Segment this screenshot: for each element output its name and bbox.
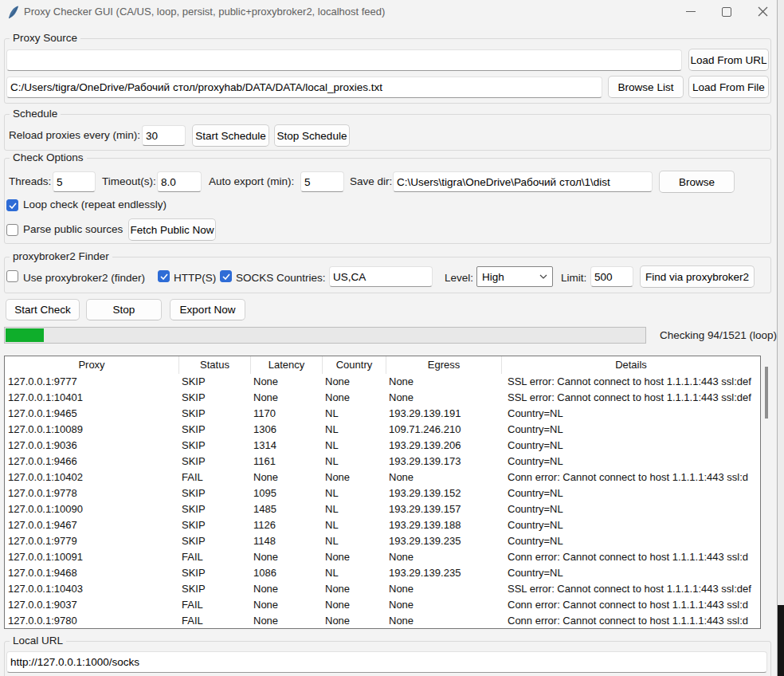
cell-country: None	[323, 470, 386, 485]
stop-schedule-button[interactable]: Stop Schedule	[274, 124, 350, 147]
table-row[interactable]: 127.0.0.1:9465SKIP1170NL193.29.139.191Co…	[5, 406, 760, 422]
cell-details: Country=NL	[502, 438, 760, 454]
cell-details: Country=NL	[502, 501, 760, 517]
progress-fill	[6, 328, 44, 342]
save-dir-input[interactable]	[393, 171, 653, 192]
threads-label: Threads:	[9, 171, 51, 192]
reload-minutes-input[interactable]	[142, 125, 186, 146]
cell-latency: 1126	[251, 517, 323, 533]
auto-export-input[interactable]	[300, 171, 344, 192]
loop-check-checkbox[interactable]	[6, 199, 18, 211]
cell-proxy: 127.0.0.1:9780	[5, 613, 179, 629]
table-row[interactable]: 127.0.0.1:9468SKIP1086NL193.29.139.235Co…	[5, 565, 760, 581]
minimize-button[interactable]	[686, 11, 696, 12]
cell-egress: None	[386, 613, 502, 629]
browse-list-button[interactable]: Browse List	[608, 76, 684, 98]
cell-proxy: 127.0.0.1:10090	[5, 501, 179, 517]
column-header-proxy[interactable]: Proxy	[5, 356, 179, 374]
local-url-group: Local URL	[4, 641, 771, 676]
browse-button[interactable]: Browse	[659, 171, 735, 193]
stop-button[interactable]: Stop	[86, 299, 162, 320]
level-value: High	[482, 271, 504, 283]
fetch-public-now-button[interactable]: Fetch Public Now	[128, 218, 216, 241]
table-row[interactable]: 127.0.0.1:9777SKIPNoneNoneNoneSSL error:…	[5, 374, 760, 390]
find-via-proxybroker2-button[interactable]: Find via proxybroker2	[640, 265, 755, 288]
cell-status: SKIP	[179, 485, 251, 501]
close-button[interactable]	[758, 6, 768, 17]
cell-latency: 1306	[251, 422, 323, 438]
column-header-latency[interactable]: Latency	[251, 356, 323, 374]
table-row[interactable]: 127.0.0.1:10089SKIP1306NL109.71.246.210C…	[5, 422, 760, 438]
cell-proxy: 127.0.0.1:9778	[5, 485, 179, 501]
cell-status: SKIP	[179, 390, 251, 406]
app-icon	[7, 6, 19, 19]
cell-egress: 193.29.139.157	[386, 501, 502, 517]
cell-status: SKIP	[179, 501, 251, 517]
local-url-input[interactable]	[6, 651, 767, 673]
cell-country: NL	[323, 406, 386, 422]
cell-egress: None	[386, 549, 502, 565]
table-row[interactable]: 127.0.0.1:10090SKIP1485NL193.29.139.157C…	[5, 501, 760, 517]
socks-checkbox[interactable]	[220, 270, 232, 282]
column-header-status[interactable]: Status	[179, 356, 251, 374]
http-checkbox[interactable]	[158, 270, 170, 282]
timeout-input[interactable]	[157, 171, 202, 192]
table-row[interactable]: 127.0.0.1:9466SKIP1161NL193.29.139.173Co…	[5, 454, 760, 470]
threads-input[interactable]	[53, 171, 96, 192]
local-url-label: Local URL	[10, 635, 66, 647]
column-header-egress[interactable]: Egress	[386, 356, 502, 374]
countries-input[interactable]	[329, 266, 433, 287]
table-row[interactable]: 127.0.0.1:10401SKIPNoneNoneNoneSSL error…	[5, 390, 760, 406]
limit-input[interactable]	[590, 266, 633, 287]
table-row[interactable]: 127.0.0.1:9037FAILNoneNoneNoneConn error…	[5, 597, 760, 613]
column-header-country[interactable]: Country	[323, 356, 386, 374]
use-finder-checkbox[interactable]	[6, 270, 18, 282]
export-now-button[interactable]: Export Now	[170, 299, 245, 320]
cell-status: SKIP	[179, 438, 251, 454]
cell-details: SSL error: Cannot connect to host 1.1.1.…	[502, 581, 760, 597]
cell-country: NL	[323, 533, 386, 549]
table-row[interactable]: 127.0.0.1:9036SKIP1314NL193.29.139.206Co…	[5, 438, 760, 454]
load-from-file-button[interactable]: Load From File	[688, 76, 769, 98]
cell-country: NL	[323, 517, 386, 533]
cell-latency: None	[251, 374, 323, 390]
vertical-scrollbar[interactable]	[765, 367, 768, 419]
cell-country: None	[323, 613, 386, 629]
cell-details: SSL error: Cannot connect to host 1.1.1.…	[502, 390, 760, 406]
table-row[interactable]: 127.0.0.1:9779SKIP1148NL193.29.139.235Co…	[5, 533, 760, 549]
level-select[interactable]: High	[476, 266, 553, 287]
column-header-details[interactable]: Details	[502, 356, 760, 374]
table-row[interactable]: 127.0.0.1:9780FAILNoneNoneNoneConn error…	[5, 613, 760, 629]
table-row[interactable]: 127.0.0.1:10402FAILNoneNoneNoneConn erro…	[5, 470, 760, 485]
parse-public-checkbox[interactable]	[6, 224, 18, 236]
cell-status: SKIP	[179, 581, 251, 597]
proxy-file-input[interactable]	[6, 77, 602, 98]
table-row[interactable]: 127.0.0.1:9467SKIP1126NL193.29.139.188Co…	[5, 517, 760, 533]
cell-details: Country=NL	[502, 565, 760, 581]
cell-proxy: 127.0.0.1:9466	[5, 454, 179, 470]
limit-label: Limit:	[561, 268, 586, 289]
proxy-url-input[interactable]	[6, 49, 682, 71]
use-finder-label: Use proxybroker2 (finder)	[23, 268, 145, 289]
socks-label: SOCKS	[236, 268, 273, 289]
table-row[interactable]: 127.0.0.1:9778SKIP1095NL193.29.139.152Co…	[5, 485, 760, 501]
load-from-url-button[interactable]: Load From URL	[688, 49, 769, 71]
cell-details: Country=NL	[502, 422, 760, 438]
cell-proxy: 127.0.0.1:9468	[5, 565, 179, 581]
cell-country: None	[323, 549, 386, 565]
cell-status: SKIP	[179, 422, 251, 438]
cell-details: Country=NL	[502, 406, 760, 422]
start-schedule-button[interactable]: Start Schedule	[192, 124, 269, 147]
cell-country: NL	[323, 438, 386, 454]
cell-details: Country=NL	[502, 517, 760, 533]
maximize-button[interactable]	[722, 7, 731, 17]
cell-details: Country=NL	[502, 485, 760, 501]
table-row[interactable]: 127.0.0.1:10091FAILNoneNoneNoneConn erro…	[5, 549, 760, 565]
cell-latency: None	[251, 549, 323, 565]
cell-proxy: 127.0.0.1:10091	[5, 549, 179, 565]
cell-details: SSL error: Cannot connect to host 1.1.1.…	[502, 374, 760, 390]
cell-status: SKIP	[179, 374, 251, 390]
cell-latency: None	[251, 613, 323, 629]
start-check-button[interactable]: Start Check	[6, 299, 80, 320]
table-row[interactable]: 127.0.0.1:10403SKIPNoneNoneNoneSSL error…	[5, 581, 760, 597]
